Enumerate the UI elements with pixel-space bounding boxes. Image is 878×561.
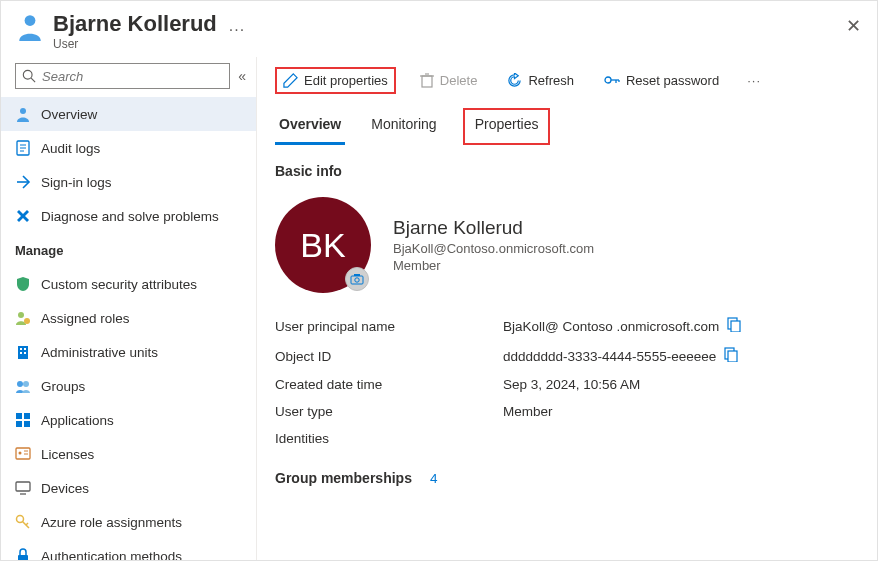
- row-user-type: User type Member: [275, 404, 859, 419]
- collapse-sidebar-button[interactable]: «: [238, 68, 246, 84]
- svg-point-10: [24, 318, 30, 324]
- kv-value: dddddddd-3333-4444-5555-eeeeee: [503, 347, 738, 365]
- oid-value: dddddddd-3333-4444-5555-eeeeee: [503, 349, 716, 364]
- user-display-name: Bjarne Kollerud: [393, 217, 594, 239]
- tab-properties[interactable]: Properties: [463, 108, 551, 145]
- title-block: Bjarne Kollerud User: [53, 11, 217, 51]
- svg-point-1: [23, 70, 32, 79]
- refresh-icon: [507, 73, 522, 88]
- membership-count[interactable]: 4: [430, 471, 438, 486]
- svg-rect-43: [731, 321, 740, 332]
- sidebar-item-groups[interactable]: Groups: [1, 369, 256, 403]
- refresh-button[interactable]: Refresh: [501, 69, 580, 92]
- sidebar-item-label: Licenses: [41, 447, 94, 462]
- membership-label: Group memberships: [275, 470, 412, 486]
- panel-header: Bjarne Kollerud User ··· ✕: [1, 1, 877, 57]
- tabs: Overview Monitoring Properties: [275, 108, 859, 145]
- toolbar-label: Reset password: [626, 73, 719, 88]
- device-icon: [15, 480, 31, 496]
- copy-icon[interactable]: [727, 317, 741, 335]
- tab-overview[interactable]: Overview: [275, 108, 345, 145]
- toolbar: Edit properties Delete Refresh Reset pas…: [275, 67, 859, 94]
- reset-password-button[interactable]: Reset password: [598, 69, 725, 92]
- delete-button[interactable]: Delete: [414, 69, 484, 92]
- svg-point-23: [19, 452, 22, 455]
- svg-rect-45: [728, 351, 737, 362]
- toolbar-label: Refresh: [528, 73, 574, 88]
- license-icon: [15, 446, 31, 462]
- svg-rect-18: [16, 413, 22, 419]
- sidebar: « Overview Audit logs Sign-in logs Diagn…: [1, 57, 257, 561]
- pencil-icon: [283, 73, 298, 88]
- sidebar-item-signin-logs[interactable]: Sign-in logs: [1, 165, 256, 199]
- kv-value: Member: [503, 404, 553, 419]
- svg-point-35: [605, 77, 611, 83]
- svg-rect-32: [422, 76, 432, 87]
- sidebar-item-diagnose[interactable]: Diagnose and solve problems: [1, 199, 256, 233]
- building-icon: [15, 344, 31, 360]
- kv-label: Object ID: [275, 349, 503, 364]
- toolbar-more-button[interactable]: ···: [743, 69, 765, 92]
- trash-icon: [420, 73, 434, 88]
- sidebar-item-assigned-roles[interactable]: Assigned roles: [1, 301, 256, 335]
- svg-rect-21: [24, 421, 30, 427]
- svg-line-30: [26, 523, 28, 525]
- sidebar-item-licenses[interactable]: Licenses: [1, 437, 256, 471]
- svg-point-16: [17, 381, 23, 387]
- svg-point-0: [25, 15, 36, 26]
- sidebar-item-overview[interactable]: Overview: [1, 97, 256, 131]
- sidebar-item-audit-logs[interactable]: Audit logs: [1, 131, 256, 165]
- page-title: Bjarne Kollerud: [53, 11, 217, 37]
- sidebar-item-admin-units[interactable]: Administrative units: [1, 335, 256, 369]
- sidebar-item-auth-methods[interactable]: Authentication methods: [1, 539, 256, 561]
- svg-rect-14: [20, 352, 22, 354]
- svg-line-2: [31, 78, 35, 82]
- sidebar-item-label: Authentication methods: [41, 549, 182, 562]
- user-upn: BjaKoll@Contoso.onmicrosoft.com: [393, 241, 594, 256]
- edit-properties-button[interactable]: Edit properties: [275, 67, 396, 94]
- camera-icon[interactable]: [345, 267, 369, 291]
- svg-rect-31: [18, 555, 28, 561]
- svg-rect-20: [16, 421, 22, 427]
- sidebar-item-label: Sign-in logs: [41, 175, 112, 190]
- svg-rect-12: [20, 348, 22, 350]
- avatar[interactable]: BK: [275, 197, 371, 293]
- upn-value: BjaKoll@ Contoso .onmicrosoft.com: [503, 319, 719, 334]
- svg-rect-15: [24, 352, 26, 354]
- sidebar-item-custom-security[interactable]: Custom security attributes: [1, 267, 256, 301]
- section-basic-info: Basic info: [275, 163, 859, 179]
- row-identities: Identities: [275, 431, 859, 446]
- groups-icon: [15, 378, 31, 394]
- sidebar-item-label: Assigned roles: [41, 311, 130, 326]
- kv-label: User principal name: [275, 319, 503, 334]
- search-input[interactable]: [15, 63, 230, 89]
- sidebar-item-label: Azure role assignments: [41, 515, 182, 530]
- tab-monitoring[interactable]: Monitoring: [367, 108, 440, 145]
- header-more-button[interactable]: ···: [229, 21, 245, 39]
- search-field[interactable]: [42, 69, 223, 84]
- kv-label: User type: [275, 404, 503, 419]
- kv-value: BjaKoll@ Contoso .onmicrosoft.com: [503, 317, 741, 335]
- key-icon: [15, 514, 31, 530]
- svg-rect-39: [351, 276, 363, 284]
- main-content: Edit properties Delete Refresh Reset pas…: [257, 57, 877, 561]
- shield-icon: [15, 276, 31, 292]
- sidebar-item-azure-roles[interactable]: Azure role assignments: [1, 505, 256, 539]
- sidebar-item-label: Applications: [41, 413, 114, 428]
- role-icon: [15, 310, 31, 326]
- close-icon[interactable]: ✕: [846, 15, 861, 37]
- svg-point-17: [23, 381, 29, 387]
- sidebar-item-devices[interactable]: Devices: [1, 471, 256, 505]
- identity-block: Bjarne Kollerud BjaKoll@Contoso.onmicros…: [393, 217, 594, 273]
- kv-label: Created date time: [275, 377, 503, 392]
- wrench-icon: [15, 208, 31, 224]
- sidebar-item-applications[interactable]: Applications: [1, 403, 256, 437]
- svg-point-3: [20, 108, 26, 114]
- basic-info-block: BK Bjarne Kollerud BjaKoll@Contoso.onmic…: [275, 197, 859, 293]
- sidebar-item-label: Administrative units: [41, 345, 158, 360]
- sidebar-item-label: Diagnose and solve problems: [41, 209, 219, 224]
- copy-icon[interactable]: [724, 347, 738, 365]
- kv-value: Sep 3, 2024, 10:56 AM: [503, 377, 640, 392]
- row-created: Created date time Sep 3, 2024, 10:56 AM: [275, 377, 859, 392]
- row-upn: User principal name BjaKoll@ Contoso .on…: [275, 317, 859, 335]
